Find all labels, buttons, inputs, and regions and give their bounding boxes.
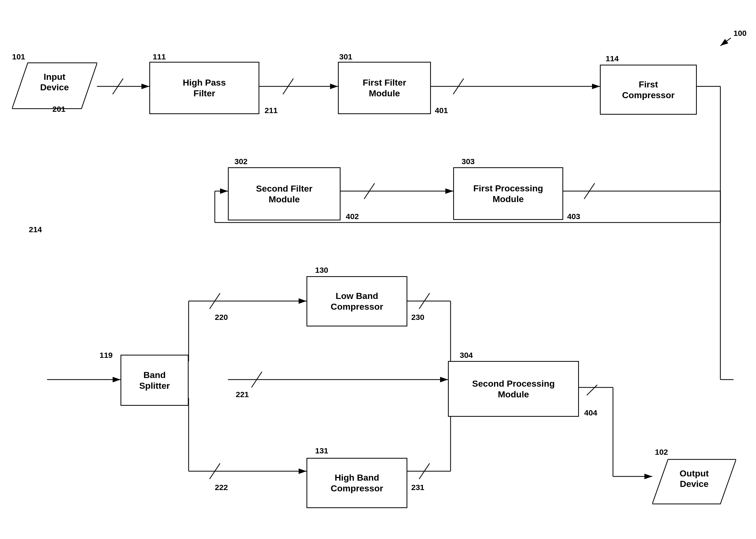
low-band-compressor-label: Low BandCompressor	[331, 290, 383, 312]
signal-211: 211	[265, 106, 278, 115]
first-proc-ref: 303	[462, 157, 475, 166]
band-splitter-ref: 119	[100, 351, 113, 360]
input-device-shape: Input Device	[12, 61, 97, 110]
band-splitter-label: BandSplitter	[139, 370, 170, 391]
low-band-compressor-box: Low BandCompressor	[307, 276, 407, 327]
first-compressor-box: FirstCompressor	[600, 65, 697, 115]
svg-line-33	[419, 463, 429, 479]
hpf-ref: 111	[153, 52, 166, 61]
signal-220: 220	[215, 313, 228, 322]
signal-401: 401	[435, 106, 448, 115]
first-processing-module-label: First ProcessingModule	[473, 183, 543, 204]
svg-line-7	[453, 79, 464, 94]
first-compressor-label: FirstCompressor	[622, 79, 675, 101]
first-filter-ref: 301	[339, 52, 352, 61]
high-pass-filter-label: High PassFilter	[183, 77, 226, 99]
high-comp-ref: 131	[315, 446, 328, 455]
svg-line-16	[584, 183, 595, 199]
signal-230: 230	[411, 313, 425, 322]
first-processing-module-box: First ProcessingModule	[453, 167, 563, 220]
second-processing-module-label: Second ProcessingModule	[472, 378, 555, 400]
signal-201: 201	[52, 105, 65, 114]
second-filter-module-box: Second FilterModule	[228, 167, 340, 220]
svg-line-5	[283, 79, 293, 94]
signal-221: 221	[236, 390, 249, 399]
svg-line-3	[113, 79, 123, 94]
high-band-compressor-box: High BandCompressor	[307, 458, 407, 508]
svg-line-37	[587, 385, 597, 395]
band-splitter-box: BandSplitter	[121, 355, 189, 406]
low-comp-ref: 130	[315, 266, 328, 274]
first-comp-ref: 114	[606, 54, 619, 63]
svg-text:Input: Input	[44, 72, 65, 82]
high-pass-filter-box: High PassFilter	[149, 62, 259, 114]
svg-line-24	[419, 293, 429, 309]
output-device-shape: Output Device	[652, 458, 736, 505]
input-device-ref: 101	[12, 52, 25, 61]
first-filter-module-box: First FilterModule	[338, 62, 431, 114]
second-filter-module-label: Second FilterModule	[256, 183, 312, 205]
signal-403: 403	[567, 212, 580, 221]
high-band-compressor-label: High BandCompressor	[331, 472, 383, 494]
svg-line-22	[210, 293, 220, 309]
svg-line-31	[210, 463, 220, 479]
signal-404: 404	[584, 408, 597, 417]
first-filter-module-label: First FilterModule	[362, 77, 406, 99]
diagram: Input Device High PassFilter First Filte…	[0, 0, 756, 539]
svg-line-28	[251, 372, 262, 387]
signal-214: 214	[29, 225, 42, 234]
second-processing-module-box: Second ProcessingModule	[448, 361, 579, 417]
signal-222: 222	[215, 483, 228, 492]
svg-text:Output: Output	[680, 468, 709, 478]
second-filter-ref: 302	[235, 157, 247, 166]
svg-text:Device: Device	[40, 82, 69, 92]
svg-text:Device: Device	[680, 479, 709, 489]
second-proc-ref: 304	[460, 351, 473, 360]
svg-line-40	[720, 38, 731, 46]
system-ref-label: 100	[733, 29, 747, 38]
signal-402: 402	[346, 212, 359, 221]
output-device-ref: 102	[655, 448, 668, 457]
svg-line-14	[364, 183, 375, 199]
signal-231: 231	[411, 483, 425, 492]
